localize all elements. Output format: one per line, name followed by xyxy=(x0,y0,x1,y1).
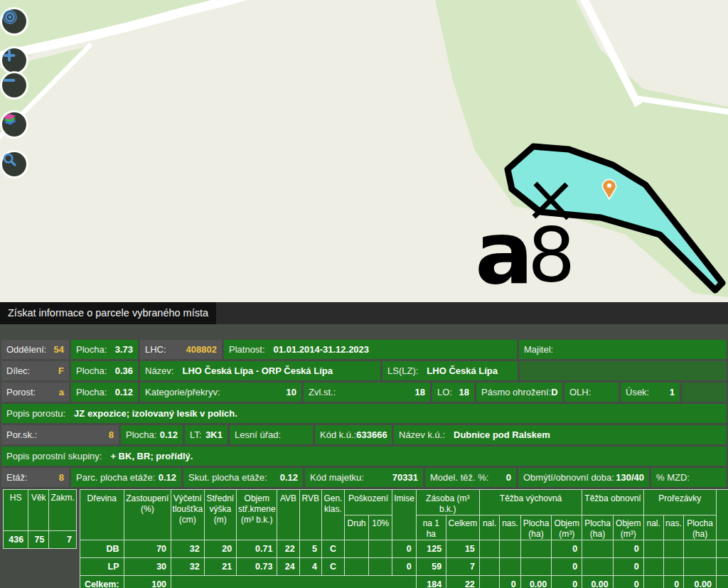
cell-cut xyxy=(716,576,728,588)
cell-tv-plocha: 0.00 xyxy=(520,576,551,588)
field-model-tez: Model. těž. %: 0 xyxy=(425,468,516,487)
cell-10pct xyxy=(369,558,392,576)
cell-tloustka: 32 xyxy=(171,558,205,576)
search-button[interactable] xyxy=(2,152,26,176)
field-lhc: LHC: 408802 xyxy=(140,340,222,359)
field-value: 0.12 xyxy=(160,429,178,440)
cell-druh xyxy=(344,540,368,558)
cell-total-label: Celkem: xyxy=(80,576,124,588)
field-label: Kód k.ú.: xyxy=(320,429,356,440)
field-parc-plocha: Parc. plocha etáže: 0.12 xyxy=(71,468,181,487)
cell-zasoba-celkem: 15 xyxy=(446,540,480,558)
field-value: JZ expozice; izolovaný lesík v polích. xyxy=(74,408,237,419)
field-kod-majetku: Kód majetku: 70331 xyxy=(305,468,423,487)
col-header-cut xyxy=(716,490,728,540)
field-label: Skut. plocha etáže: xyxy=(188,472,267,483)
field-value: 18 xyxy=(459,387,469,397)
field-label: Por.sk.: xyxy=(6,429,37,440)
map-viewport[interactable]: a 8 xyxy=(0,0,728,302)
field-label: Porost: xyxy=(6,387,36,397)
cell-vyska: 21 xyxy=(204,558,236,576)
cell-pr-plocha: 0.00 xyxy=(684,576,717,588)
field-porost: Porost: a xyxy=(1,383,69,402)
field-popis-skupiny: Popis porostní skupiny: + BK, BR; proříd… xyxy=(1,447,727,466)
sub-header-plocha-ha: Plocha (ha) xyxy=(520,515,551,540)
field-label: Název k.ú.: xyxy=(399,429,445,440)
field-skut-plocha: Skut. plocha etáže: 0.12 xyxy=(183,468,303,487)
field-label: OLH: xyxy=(569,387,591,397)
row-filler xyxy=(520,361,727,380)
info-row-popis-porostu: Popis porostu: JZ expozice; izolovaný le… xyxy=(1,404,727,423)
sub-header-10pct: 10% xyxy=(369,515,392,540)
col-header-zastoupeni: Zastoupení (%) xyxy=(124,490,171,540)
field-value: 0.12 xyxy=(280,472,298,483)
field-label: LHC: xyxy=(145,344,166,355)
field-value: F xyxy=(58,365,64,376)
cell-tv-objem: 0 xyxy=(552,558,582,576)
cell-to-plocha xyxy=(582,540,613,558)
cell-zasoba-ha: 184 xyxy=(416,576,446,588)
field-platnost: Platnost: 01.01.2014-31.12.2023 xyxy=(224,340,517,359)
group-header-tezba-obnovni: Těžba obnovní xyxy=(582,490,644,515)
info-tool-message: Získat informace o parcele vybraného mís… xyxy=(0,302,216,324)
field-label: Majitel: xyxy=(524,344,553,355)
cell-tv-nas: 0 xyxy=(500,576,520,588)
layers-button[interactable] xyxy=(2,112,26,137)
field-plocha-oddeleni: Plocha: 3.73 xyxy=(71,340,138,359)
zoom-in-button[interactable] xyxy=(2,48,26,73)
field-value: Dubnice pod Ralskem xyxy=(454,429,550,440)
cell-to-objem: 0 xyxy=(613,558,643,576)
cell-tv-objem: 0 xyxy=(552,540,582,558)
field-plocha-porsk: Plocha: 0.12 xyxy=(121,425,183,444)
cell-cut xyxy=(716,540,728,558)
cell-gen: C xyxy=(322,558,345,576)
cell-tv-nas xyxy=(500,558,520,576)
cell-pr-nal xyxy=(643,540,663,558)
sub-header-na1ha: na 1 ha xyxy=(416,515,446,540)
info-row-oddeleni: Oddělení: 54 Plocha: 3.73 LHC: 408802 Pl… xyxy=(1,340,727,359)
field-plocha-porost: Plocha: 0.12 xyxy=(71,383,138,402)
cell-hs: 436 xyxy=(4,531,28,549)
field-lo: LO: 18 xyxy=(432,383,474,402)
field-label: % MZD: xyxy=(656,472,690,483)
field-plocha-dilec: Plocha: 0.36 xyxy=(71,361,138,380)
cell-tv-objem: 0 xyxy=(552,576,582,588)
field-value: a xyxy=(59,387,64,397)
species-tables: HS Věk Zakm. 436 75 7 Dřevina Zastoup xyxy=(3,489,728,588)
field-label: LO: xyxy=(437,387,452,397)
sub-header-plocha-ha: Plocha (ha) xyxy=(684,515,717,540)
cell-pr-nas: 0 xyxy=(663,576,684,588)
info-row-porsk: Por.sk.: 8 Plocha: 0.12 LT: 3K1 Lesní úř… xyxy=(1,425,727,444)
field-lslz: LS(LZ): LHO Česká Lípa xyxy=(382,361,518,380)
field-label: LS(LZ): xyxy=(387,365,418,376)
sub-header-plocha-ha: Plocha (ha) xyxy=(582,515,613,540)
parcel-label-number: 8 xyxy=(528,212,575,299)
species-detail-table: Dřevina Zastoupení (%) Výčetní tloušťka … xyxy=(80,489,728,588)
cell-avb: 24 xyxy=(277,558,299,576)
field-label: Lesní úřad: xyxy=(235,429,281,440)
field-label: Oddělení: xyxy=(6,344,46,355)
geolocate-icon xyxy=(2,9,18,25)
field-value: 01.01.2014-31.12.2023 xyxy=(274,344,369,355)
info-row-etaz: Etáž: 8 Parc. plocha etáže: 0.12 Skut. p… xyxy=(1,468,727,487)
field-value: 8 xyxy=(109,429,114,440)
layers-icon xyxy=(2,112,18,128)
field-label: Kód majetku: xyxy=(310,472,364,483)
field-label: Kategorie/překryv: xyxy=(145,387,220,397)
field-value: 1 xyxy=(670,387,675,397)
cell-zasoba-celkem: 22 xyxy=(446,576,480,588)
cell-pr-nas xyxy=(663,558,684,576)
stand-summary-table: HS Věk Zakm. 436 75 7 xyxy=(3,489,77,549)
cell-zasoba-ha: 125 xyxy=(416,540,446,558)
cell-tv-nal xyxy=(479,540,499,558)
field-value: 130/40 xyxy=(616,472,644,483)
zoom-out-button[interactable] xyxy=(2,73,26,97)
parcel-info-panel: Oddělení: 54 Plocha: 3.73 LHC: 408802 Pl… xyxy=(0,324,728,588)
field-mzd: % MZD: xyxy=(651,468,727,487)
search-icon xyxy=(2,152,17,167)
table-row-total: Celkem: 100 184 22 0 0.00 0 0.00 0 0 0.0… xyxy=(80,576,728,588)
geolocate-button[interactable] xyxy=(2,9,26,33)
sub-header-nas: nas. xyxy=(663,515,684,540)
row-filler xyxy=(682,383,727,402)
field-nazev: Název: LHO Česká Lípa - ORP Česká Lípa xyxy=(140,361,380,380)
